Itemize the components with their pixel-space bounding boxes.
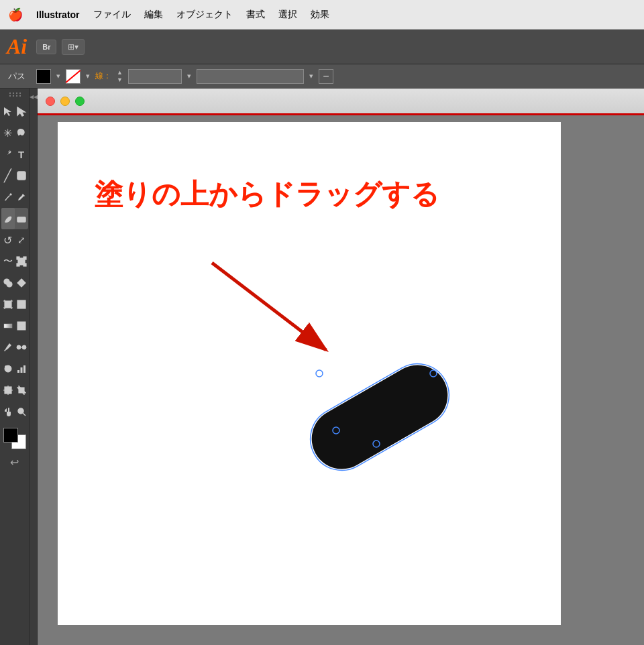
mesh-tool[interactable] [15,315,28,337]
type-tool[interactable]: T [15,143,28,165]
svg-rect-45 [17,370,19,373]
line-rect-row: ╱ [1,165,28,186]
panel-collapse-handle[interactable]: ◀◀ [30,89,38,645]
svg-point-3 [19,93,20,94]
chart-tool[interactable] [15,358,28,379]
menu-edit[interactable]: 編集 [144,9,163,21]
minus-button[interactable]: − [319,69,333,84]
menu-object[interactable]: オブジェクト [176,9,233,21]
warp-transform-row: 〜 [1,251,28,272]
magic-lasso-row: ✳ [1,122,28,143]
svg-rect-22 [5,301,11,308]
maximize-button[interactable] [75,97,85,106]
svg-rect-46 [20,367,22,373]
style-input[interactable] [197,69,304,84]
brush-pencil-row [1,186,28,208]
svg-point-59 [316,370,323,377]
blend-tool[interactable] [15,337,28,358]
svg-rect-19 [17,263,19,266]
menu-bar: 🍎 Illustrator ファイル 編集 オブジェクト 書式 選択 効果 [0,0,644,30]
svg-point-42 [5,366,7,368]
svg-point-4 [9,95,10,97]
select-tools-row [1,101,28,122]
minimize-button[interactable] [60,97,70,106]
symbol-spray-tool[interactable] [1,358,15,379]
svg-rect-47 [23,365,25,373]
svg-point-21 [7,282,12,287]
crop-tool[interactable] [15,379,28,401]
direct-select-tool[interactable] [15,101,28,122]
rotate-scale-row: ↺ ⤢ [1,229,28,251]
stroke-down-btn[interactable]: ▼ [117,76,123,83]
apple-menu[interactable]: 🍎 [8,7,23,22]
gradient-mesh-row [1,315,28,337]
fill-color-swatch[interactable] [36,69,51,84]
menu-file[interactable]: ファイル [93,9,131,21]
symbol-chart-row [1,358,28,379]
eyedropper-tool[interactable] [1,337,15,358]
transform-tool[interactable] [1,379,15,401]
blob-brush-tool[interactable] [1,208,15,229]
workspace-button[interactable]: ⊞▾ [62,39,85,55]
slice-tool[interactable] [15,294,28,315]
lasso-tool[interactable] [15,122,28,143]
style-dropdown-arrow[interactable]: ▾ [309,72,313,80]
color-swatches [3,428,28,447]
svg-point-2 [15,93,17,94]
weight-dropdown-arrow[interactable]: ▾ [187,72,191,80]
fg-swatch[interactable] [3,428,18,443]
brush-tool[interactable] [1,186,15,208]
app-toolbar: Ai Br ⊞▾ [0,30,644,64]
svg-rect-16 [17,257,19,259]
instruction-text: 塗りの上からドラッグする [95,176,439,213]
svg-point-5 [12,95,13,97]
blob-eraser-row [1,208,28,229]
rotate-tool[interactable]: ↺ [1,229,15,251]
svg-point-1 [12,93,13,94]
menu-format[interactable]: 書式 [246,9,265,21]
rect-tool[interactable] [15,165,28,186]
bridge-button[interactable]: Br [36,40,56,54]
warp-tool[interactable]: 〜 [1,251,15,272]
shape-builder-tool[interactable] [1,272,15,294]
svg-line-56 [212,263,326,350]
ai-logo: Ai [7,34,27,59]
pencil-tool[interactable] [15,186,28,208]
svg-rect-18 [23,263,26,266]
fill-dropdown-arrow[interactable]: ▾ [56,72,60,80]
svg-rect-17 [23,257,26,259]
svg-point-39 [22,345,26,349]
svg-rect-13 [17,217,25,222]
line-tool[interactable]: ╱ [1,165,15,186]
stroke-color-swatch[interactable] [66,69,80,84]
control-bar: パス ▾ ▾ 線： ▲ ▼ ▾ ▾ − [0,64,644,89]
svg-rect-57 [301,354,459,480]
canvas-area[interactable]: 塗りの上からドラッグする [38,89,644,645]
scale-tool[interactable]: ⤢ [15,229,28,251]
select-tool[interactable] [1,101,15,122]
eraser-tool[interactable] [15,208,28,229]
transform-crop-row [1,379,28,401]
svg-point-44 [7,370,9,372]
stroke-up-btn[interactable]: ▲ [117,69,123,76]
svg-rect-35 [17,322,25,330]
undo-button[interactable]: ↩ [9,455,20,470]
svg-point-43 [9,367,11,369]
menu-effect[interactable]: 効果 [311,9,329,21]
stroke-weight-input[interactable] [128,69,182,84]
stroke-dropdown-arrow[interactable]: ▾ [86,72,90,80]
magic-wand-tool[interactable]: ✳ [1,122,15,143]
artboard-tool[interactable] [1,294,15,315]
pen-tool[interactable] [1,143,15,165]
menu-select[interactable]: 選択 [278,9,297,21]
svg-rect-11 [17,172,25,180]
zoom-tool[interactable] [15,401,28,422]
live-paint-tool[interactable] [15,272,28,294]
hand-zoom-row [1,401,28,422]
gradient-tool[interactable] [1,315,15,337]
svg-rect-48 [5,387,11,394]
hand-tool[interactable] [1,401,15,422]
window-chrome [38,89,644,115]
close-button[interactable] [46,97,55,106]
free-transform-tool[interactable] [15,251,28,272]
